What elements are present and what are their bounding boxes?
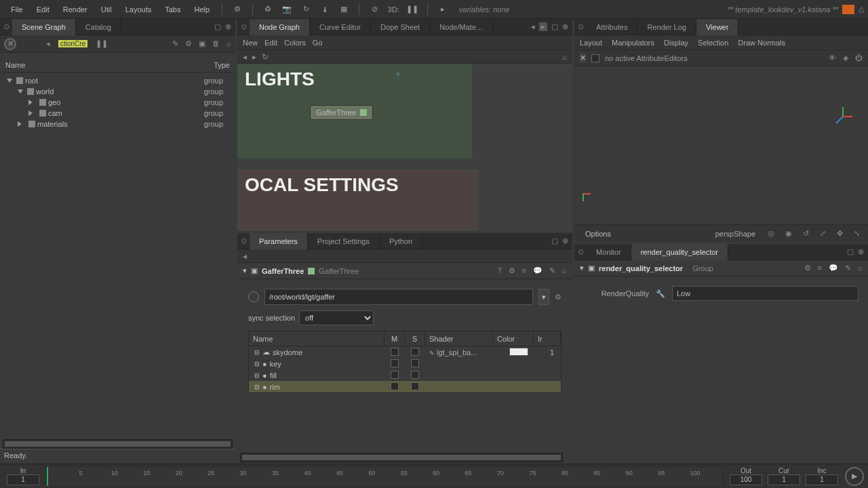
gear-icon[interactable]: ⚙ [185,39,192,48]
light-row[interactable]: ⊟●rim [249,381,561,392]
ng-menu-new[interactable]: New [243,39,258,47]
tab-project-settings[interactable]: Project Settings [308,233,380,249]
maximize-icon[interactable]: ▢ [214,22,221,31]
tab-curve-editor[interactable]: Curve Editor [310,19,371,35]
light-row[interactable]: ⊟●fill [249,369,561,381]
power-icon[interactable]: ⏻ [855,54,863,62]
path-gear-icon[interactable]: ⚙ [555,293,561,302]
col-m[interactable]: M [384,331,405,346]
target-icon[interactable]: ◎ [768,229,774,238]
gear-icon[interactable]: ⚙ [231,5,244,14]
menu-layouts[interactable]: Layouts [119,5,159,14]
col-s[interactable]: S [405,331,425,346]
tab-parameters[interactable]: Parameters [250,233,308,249]
pin-icon[interactable]: ⊙ [237,22,250,31]
close-tab-icon[interactable]: ⊗ [562,22,568,31]
tree-row-geo[interactable]: geogroup [0,97,235,108]
sync-select[interactable]: off [299,310,374,325]
ng-menu-go[interactable]: Go [313,39,323,47]
vars-arrow-icon[interactable]: ▸ [436,5,450,14]
temp-icon[interactable]: 🌡 [318,5,332,14]
search-icon[interactable]: ⌕ [226,39,231,48]
col-int[interactable]: Ir [534,331,561,346]
col-color[interactable]: Color [493,331,534,346]
axis-widget[interactable] [834,107,854,127]
contract-icon[interactable]: ⤢ [820,229,826,238]
collapse-arrow-icon[interactable]: ▾ [243,266,247,275]
search-icon[interactable]: ⌕ [562,52,567,62]
ng-menu-colors[interactable]: Colors [284,39,306,47]
wand-icon[interactable]: ✎ [845,264,851,272]
menu-file[interactable]: File [4,5,30,14]
pin-icon[interactable]: ⊙ [574,22,587,31]
viewer-menu-drawnormals[interactable]: Draw Normals [738,39,785,47]
ng-menu-edit[interactable]: Edit [264,39,277,47]
gear-icon[interactable]: ⚙ [509,266,515,275]
locator-icon[interactable]: ◉ [785,229,792,238]
tree-row-root[interactable]: rootgroup [0,75,235,86]
refresh-icon[interactable]: ↻ [299,5,313,14]
backdrop-local-settings[interactable]: OCAL SETTINGS ArnoldGlobalSettings [237,169,479,230]
pin-icon[interactable]: ⊙ [237,237,250,245]
col-shader[interactable]: Shader [425,331,493,346]
nav-left-icon[interactable]: ◂ [531,22,535,31]
search-icon[interactable]: ⌕ [858,264,863,272]
viewer-canvas[interactable] [574,66,868,224]
tab-scene-graph[interactable]: Scene Graph [12,19,76,35]
stack-icon[interactable]: ▦ [337,5,351,14]
node-gaffer-three[interactable]: GafferThree [310,105,373,120]
pause-icon[interactable]: ❚❚ [406,5,419,14]
viewer-menu-layout[interactable]: Layout [580,39,602,47]
chat-icon[interactable]: 💬 [533,266,542,275]
editor-checkbox[interactable] [591,54,599,62]
pin-icon[interactable]: ⊙ [574,247,587,256]
tab-viewer[interactable]: Viewer [696,19,738,35]
playhead[interactable] [47,467,48,486]
move-icon[interactable]: ✥ [837,229,843,238]
menu-tabs[interactable]: Tabs [158,5,187,14]
wand-icon[interactable]: ✎ [549,266,555,275]
col-name[interactable]: Name [249,331,384,346]
menu-render[interactable]: Render [56,5,94,14]
tab-attributes[interactable]: Attributes [587,19,637,35]
pin-icon[interactable]: ⊙ [0,22,12,31]
pencil-icon[interactable]: ✎ [172,39,178,48]
maximize-icon[interactable]: ▢ [551,237,558,245]
camera-icon[interactable]: ▣ [199,39,205,48]
timeline-ruler[interactable]: 5101520253035404550556065707580859095100 [46,466,723,487]
filter-icon[interactable]: ≡ [522,266,526,275]
scrollbar[interactable] [3,439,233,449]
camera-select[interactable]: perspShape [715,230,760,238]
expand-icon[interactable]: ⤡ [854,229,860,238]
node-graph-canvas[interactable]: ▼ LIGHTS GafferThree OCAL SETTINGS Arnol… [237,64,572,231]
tree-row-cam[interactable]: camgroup [0,108,235,119]
tab-dope-sheet[interactable]: Dope Sheet [371,19,430,35]
tree-row-materials[interactable]: materialsgroup [0,119,235,129]
close-tab-icon[interactable]: ⊗ [858,247,864,256]
maximize-icon[interactable]: ▢ [551,22,558,31]
clear-icon[interactable]: ✕ [4,38,16,50]
inc-input[interactable]: 1 [806,474,838,485]
help-icon[interactable]: ? [497,266,501,275]
back-icon[interactable]: ◂ [243,251,247,261]
tab-render-log[interactable]: Render Log [637,19,696,35]
path-dropdown-icon[interactable]: ▾ [538,289,549,305]
diamond-icon[interactable]: ◈ [843,54,848,62]
backdrop-lights[interactable]: LIGHTS GafferThree [237,64,472,159]
gear-icon[interactable]: ⚙ [804,264,811,272]
close-tab-icon[interactable]: ⊗ [562,237,568,245]
viewer-cancel-icon[interactable]: ✕ [580,54,586,62]
recycle-icon[interactable]: ♻ [261,5,275,14]
warning-icon[interactable] [842,5,854,14]
render-quality-value[interactable]: Low [672,286,859,301]
trash-icon[interactable]: 🗑 [212,39,220,48]
light-row[interactable]: ⊟☁skydome ✎ lgt_spi_ba... 1 [249,346,561,358]
tab-node-graph[interactable]: Node Graph [250,19,310,35]
camera-icon[interactable]: 📷 [280,5,294,14]
viewer-menu-display[interactable]: Display [664,39,688,47]
nav-back-icon[interactable]: ◂ [46,39,50,48]
in-frame-input[interactable]: 1 [7,474,39,485]
play-button[interactable]: ▶ [845,467,864,486]
eye-icon[interactable]: 👁 [829,54,836,62]
viewer-menu-selection[interactable]: Selection [698,39,728,47]
